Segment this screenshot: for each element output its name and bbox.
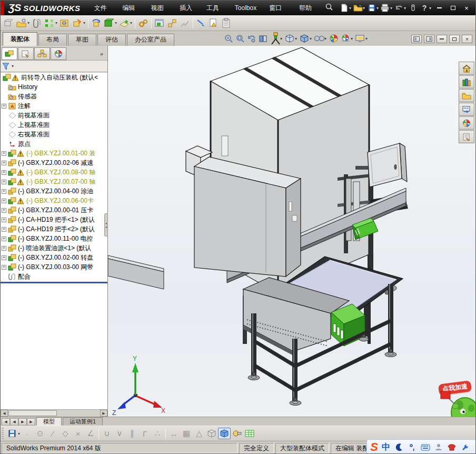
tree-root[interactable]: 前转导入自动压装机 (默认< (1, 73, 107, 82)
reference-geometry-icon[interactable] (118, 17, 131, 29)
sketch-corner-icon[interactable]: Γ (138, 428, 151, 439)
doc-close-button[interactable]: × (462, 35, 472, 43)
ime-punctuation-icon[interactable] (407, 442, 418, 452)
assembly-visualization-icon[interactable] (153, 17, 166, 29)
expander[interactable]: + (2, 227, 6, 232)
section-view-icon[interactable] (257, 33, 269, 44)
ime-skin-icon[interactable] (447, 442, 457, 452)
minimize-button[interactable] (432, 3, 446, 13)
search-magnifier-icon[interactable] (325, 3, 333, 13)
close-button[interactable]: × (460, 3, 473, 13)
tree-item-right-plane[interactable]: 右视基准面 (1, 130, 107, 139)
insert-from-file-icon[interactable] (15, 17, 28, 29)
expander[interactable]: + (2, 151, 6, 156)
expander[interactable]: + (2, 189, 6, 194)
ime-moon-icon[interactable] (394, 442, 404, 452)
menu-edit[interactable]: 编辑(E) (116, 1, 144, 15)
display-manager-tab[interactable] (51, 47, 66, 60)
tab-motion-study[interactable]: 运动算例1 (63, 417, 103, 426)
view-palette-button[interactable] (459, 103, 474, 116)
tree-item-mates[interactable]: 配合 (1, 272, 107, 281)
property-manager-tab[interactable] (18, 47, 34, 60)
expander[interactable]: + (2, 255, 6, 260)
resources-home-button[interactable] (459, 62, 474, 75)
interference-detection-icon[interactable] (207, 17, 220, 29)
insert-component-icon[interactable] (3, 17, 15, 29)
doc-minimize-button[interactable] (437, 35, 447, 43)
expander[interactable]: + (2, 246, 6, 251)
open-caret[interactable]: ▾ (363, 6, 365, 11)
tab-evaluate[interactable]: 评估 (97, 34, 126, 46)
hide-show-items-icon[interactable] (313, 33, 325, 44)
sketch-polygon-icon[interactable]: ◇ (59, 428, 72, 439)
save-icon[interactable] (366, 2, 378, 14)
tree-component[interactable]: + (-) CA-HD19 把手<2> (默认 (1, 224, 107, 234)
pattern-caret[interactable]: ▾ (55, 21, 57, 25)
menu-file[interactable]: 文件(F) (88, 1, 116, 15)
move-component-icon[interactable] (71, 17, 84, 29)
restore-button[interactable] (446, 3, 460, 13)
tree-item-history[interactable]: History (1, 82, 107, 92)
viewsettings-caret[interactable]: ▾ (365, 36, 368, 41)
panel-overflow-chevrons[interactable]: » (97, 51, 106, 57)
tree-item-annotations[interactable]: + A 注解 (1, 101, 107, 111)
sketch-angle-icon[interactable]: ∠ (84, 428, 97, 439)
linear-component-pattern-icon[interactable] (43, 17, 56, 29)
help-caret[interactable]: ▾ (429, 6, 431, 11)
appearances-button[interactable] (459, 116, 474, 130)
ime-settings-wrench-icon[interactable] (460, 442, 470, 452)
insert-caret[interactable]: ▾ (27, 21, 29, 25)
feature-tree-tab[interactable] (2, 47, 17, 60)
orientation-caret[interactable]: ▾ (295, 36, 297, 41)
doc-next-window-button[interactable] (424, 35, 434, 43)
tree-component[interactable]: + (-) GBX.YZJ.00.02-06 减速 (1, 158, 107, 167)
menu-window[interactable]: 窗口(W) (263, 1, 293, 15)
tab-assembly[interactable]: 装配体 (3, 32, 37, 46)
tree-item-top-plane[interactable]: 上视基准面 (1, 120, 107, 130)
sketch-points-icon[interactable]: ∴ (151, 428, 164, 439)
graphics-viewport[interactable]: Y X Z 点我加速 (108, 46, 476, 417)
tree-item-front-plane[interactable]: 前视基准面 (1, 111, 107, 120)
display-style-icon[interactable] (299, 33, 310, 44)
custom-properties-button[interactable] (459, 130, 474, 143)
zoom-to-fit-icon[interactable] (223, 33, 234, 44)
zoom-to-area-icon[interactable] (234, 33, 246, 44)
tree-component[interactable]: + (-) GBX.YZJ.00.04-00 涂油 (1, 186, 107, 196)
expander[interactable]: + (2, 170, 6, 175)
view-settings-icon[interactable] (354, 33, 366, 44)
doc-prev-window-button[interactable] (411, 35, 422, 43)
hideshow-caret[interactable]: ▾ (324, 36, 326, 41)
previous-view-icon[interactable] (246, 33, 257, 44)
tab-office-products[interactable]: 办公室产品 (127, 34, 174, 46)
edit-appearance-icon[interactable] (328, 33, 340, 44)
sketch-point-icon[interactable]: · (21, 428, 34, 439)
file-explorer-button[interactable] (459, 89, 474, 102)
rotate-component-icon[interactable] (90, 17, 103, 29)
view-orientation-icon[interactable] (284, 33, 295, 44)
next-tab-button[interactable]: ▶ (18, 418, 27, 426)
tree-item-sensors[interactable]: 传感器 (1, 92, 107, 101)
menu-help[interactable]: 帮助(H) (293, 1, 322, 15)
configuration-manager-tab[interactable] (34, 47, 50, 60)
prev-tab-button[interactable]: ◀ (10, 418, 18, 426)
mate-icon[interactable] (31, 17, 43, 29)
design-library-button[interactable] (459, 75, 474, 88)
display-caret[interactable]: ▾ (310, 36, 312, 41)
expander[interactable]: + (2, 180, 6, 184)
expander[interactable]: + (2, 218, 6, 222)
sogou-logo[interactable]: S (370, 440, 378, 454)
expander[interactable]: + (2, 265, 6, 270)
rollback-bar[interactable] (1, 282, 107, 283)
toolbar-grip[interactable] (2, 428, 4, 439)
tree-component[interactable]: + (-) GBX.YZJ.00.00-01 压卡 (1, 205, 107, 215)
sketch-circle-icon[interactable]: ⊙ (34, 428, 46, 439)
table-icon[interactable] (243, 428, 256, 439)
tab-sketch[interactable]: 草图 (68, 34, 96, 46)
scene2-caret[interactable]: ▾ (351, 36, 353, 41)
scroll-thumb[interactable] (8, 410, 57, 416)
new-document-icon[interactable] (339, 2, 350, 14)
filter-caret[interactable]: ▾ (12, 64, 14, 68)
tree-component[interactable]: + (-) 喷油装置油源<1> (默认 (1, 243, 107, 253)
measure-angle-icon[interactable]: △ (193, 428, 205, 439)
tree-component[interactable]: + (-) GBX.YZJ.00.03-00 网带 (1, 262, 107, 272)
